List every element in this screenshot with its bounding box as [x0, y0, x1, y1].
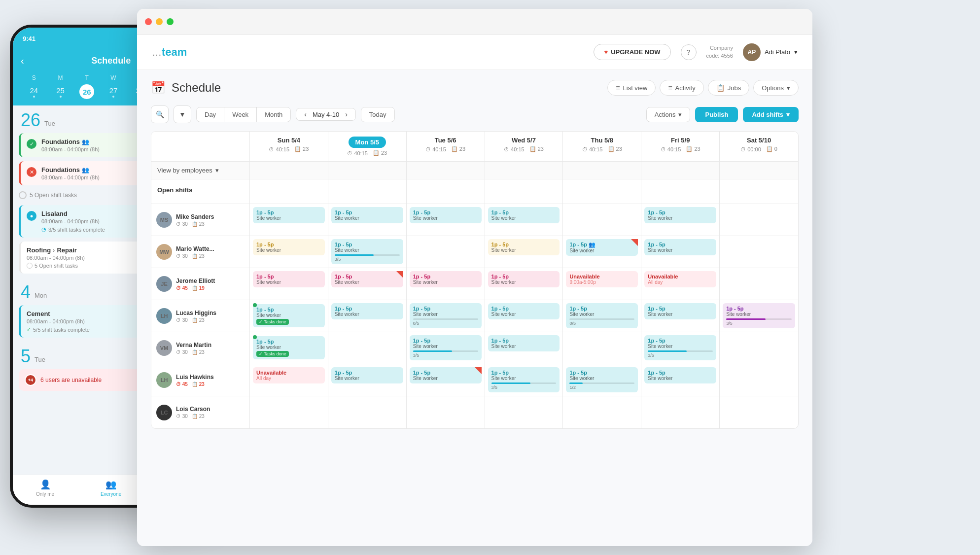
next-week-button[interactable]: › [343, 110, 350, 118]
luis-fri-shift[interactable]: 1p - 5p Site worker [644, 367, 716, 383]
verna-sun[interactable]: 1p - 5p Site worker ✓ Tasks done [250, 332, 328, 364]
minimize-button[interactable] [156, 18, 163, 25]
mario-thu[interactable]: 1p - 5p 👥 Site worker [563, 236, 641, 268]
add-shifts-button[interactable]: Add shifts ▾ [743, 107, 799, 122]
cal-date-26-today[interactable]: 26 [79, 84, 94, 99]
luis-fri[interactable]: 1p - 5p Site worker [641, 364, 720, 396]
mobile-nav-only-me[interactable]: 👤 Only me [36, 479, 54, 497]
lucas-sat[interactable]: 1p - 5p Site worker 3/5 [720, 300, 798, 332]
jerome-tue-shift[interactable]: 1p - 5p Site worker [410, 271, 482, 287]
cal-date-27[interactable]: 27 [100, 84, 127, 100]
lucas-mon-shift[interactable]: 1p - 5p Site worker [331, 303, 403, 319]
luis-wed-shift[interactable]: 1p - 5p Site worker 3/5 [488, 367, 560, 392]
jerome-fri[interactable]: Unavailable All day [641, 268, 720, 300]
mike-sun-shift[interactable]: 1p - 5p Site worker [253, 207, 325, 223]
mobile-back-button[interactable]: ‹ [21, 55, 24, 67]
mike-tue[interactable]: 1p - 5p Site worker [407, 204, 485, 236]
mario-sun[interactable]: 1p - 5p Site worker [250, 236, 328, 268]
upgrade-button[interactable]: ♥ UPGRADE NOW [594, 44, 670, 60]
jerome-fri-unavailable[interactable]: Unavailable All day [644, 271, 716, 287]
luis-sun[interactable]: Unavailable All day [250, 364, 328, 396]
mario-wed-shift[interactable]: 1p - 5p Site worker [488, 239, 560, 255]
mario-thu-shift[interactable]: 1p - 5p 👥 Site worker [566, 239, 638, 256]
verna-fri[interactable]: 1p - 5p Site worker 3/5 [641, 332, 720, 364]
maximize-button[interactable] [167, 18, 174, 25]
list-view-button[interactable]: ≡ List view [607, 80, 656, 96]
mario-fri-shift[interactable]: 1p - 5p Site worker [644, 239, 716, 255]
lucas-thu-shift[interactable]: 1p - 5p Site worker 0/5 [566, 303, 638, 328]
mobile-nav-everyone[interactable]: 👥 Everyone [101, 479, 121, 497]
mike-fri[interactable]: 1p - 5p Site worker [641, 204, 720, 236]
verna-wed-shift[interactable]: 1p - 5p Site worker [488, 335, 560, 351]
help-button[interactable]: ? [681, 44, 697, 60]
luis-sun-unavailable[interactable]: Unavailable All day [253, 367, 325, 383]
actions-button[interactable]: Actions ▾ [646, 107, 691, 122]
today-button[interactable]: Today [361, 107, 395, 122]
mike-tue-shift[interactable]: 1p - 5p Site worker [410, 207, 482, 223]
mario-mon[interactable]: 1p - 5p Site worker 3/5 [328, 236, 407, 268]
lois-carson-cell: LC Lois Carson ⏱ 30 📋 23 [151, 396, 250, 428]
lucas-wed[interactable]: 1p - 5p Site worker [485, 300, 563, 332]
mario-wed[interactable]: 1p - 5p Site worker [485, 236, 563, 268]
luis-tue[interactable]: 1p - 5p Site worker [407, 364, 485, 396]
lucas-tue[interactable]: 1p - 5p Site worker 0/5 [407, 300, 485, 332]
mario-fri[interactable]: 1p - 5p Site worker [641, 236, 720, 268]
cal-date-25[interactable]: 25 [47, 84, 74, 100]
mike-wed-shift[interactable]: 1p - 5p Site worker [488, 207, 560, 223]
luis-wed[interactable]: 1p - 5p Site worker 3/5 [485, 364, 563, 396]
jerome-wed[interactable]: 1p - 5p Site worker [485, 268, 563, 300]
search-button[interactable]: 🔍 [151, 105, 169, 123]
mike-wed[interactable]: 1p - 5p Site worker [485, 204, 563, 236]
mario-mon-shift[interactable]: 1p - 5p Site worker 3/5 [331, 239, 403, 264]
upgrade-label: UPGRADE NOW [611, 48, 660, 56]
verna-wed[interactable]: 1p - 5p Site worker [485, 332, 563, 364]
luis-mon-shift[interactable]: 1p - 5p Site worker [331, 367, 403, 383]
mike-sun[interactable]: 1p - 5p Site worker [250, 204, 328, 236]
jerome-thu-unavailable[interactable]: Unavailable 9:00a-5:00p [566, 271, 638, 287]
publish-button[interactable]: Publish [695, 107, 738, 122]
jerome-mon[interactable]: 1p - 5p Site worker [328, 268, 407, 300]
lucas-fri[interactable]: 1p - 5p Site worker [641, 300, 720, 332]
lucas-sat-shift[interactable]: 1p - 5p Site worker 3/5 [723, 303, 795, 328]
mike-mon-shift[interactable]: 1p - 5p Site worker [331, 207, 403, 223]
verna-sun-shift[interactable]: 1p - 5p Site worker ✓ Tasks done [253, 336, 325, 359]
options-button[interactable]: Options ▾ [753, 80, 799, 96]
lucas-sun-shift[interactable]: 1p - 5p Site worker ✓ Tasks done [253, 304, 325, 327]
jerome-tue[interactable]: 1p - 5p Site worker [407, 268, 485, 300]
verna-sun-green-dot [253, 335, 257, 339]
close-button[interactable] [145, 18, 152, 25]
luis-mon[interactable]: 1p - 5p Site worker [328, 364, 407, 396]
filter-button[interactable]: ▼ [174, 105, 191, 123]
user-avatar-area[interactable]: AP Adi Plato ▾ [743, 43, 798, 61]
week-button[interactable]: Week [224, 107, 257, 122]
verna-tue[interactable]: 1p - 5p Site worker 3/5 [407, 332, 485, 364]
jerome-thu[interactable]: Unavailable 9:00a-5:00p [563, 268, 641, 300]
mobile-day-26-name: Tue [44, 120, 55, 129]
mario-sun-shift[interactable]: 1p - 5p Site worker [253, 239, 325, 255]
mike-fri-shift[interactable]: 1p - 5p Site worker [644, 207, 716, 223]
luis-thu[interactable]: 1p - 5p Site worker 1/2 [563, 364, 641, 396]
lucas-thu[interactable]: 1p - 5p Site worker 0/5 [563, 300, 641, 332]
lucas-tue-shift[interactable]: 1p - 5p Site worker 0/5 [410, 303, 482, 328]
verna-fri-shift[interactable]: 1p - 5p Site worker 3/5 [644, 335, 716, 360]
prev-week-button[interactable]: ‹ [302, 110, 309, 118]
jerome-wed-shift[interactable]: 1p - 5p Site worker [488, 271, 560, 287]
verna-tue-shift[interactable]: 1p - 5p Site worker 3/5 [410, 335, 482, 360]
day-button[interactable]: Day [197, 107, 224, 122]
top-nav: …team ♥ UPGRADE NOW ? Company code: 4556… [137, 35, 812, 70]
cal-date-24[interactable]: 24 [21, 84, 47, 100]
lucas-wed-shift[interactable]: 1p - 5p Site worker [488, 303, 560, 319]
month-button[interactable]: Month [257, 107, 290, 122]
jobs-button[interactable]: 📋 Jobs [708, 80, 749, 96]
jerome-sun-shift[interactable]: 1p - 5p Site worker [253, 271, 325, 287]
luis-thu-shift[interactable]: 1p - 5p Site worker 1/2 [566, 367, 638, 392]
mike-mon[interactable]: 1p - 5p Site worker [328, 204, 407, 236]
luis-tue-shift[interactable]: 1p - 5p Site worker [410, 367, 482, 383]
jerome-mon-shift[interactable]: 1p - 5p Site worker [331, 271, 403, 287]
view-by-employees-button[interactable]: View by employees ▾ [151, 162, 250, 179]
lucas-fri-shift[interactable]: 1p - 5p Site worker [644, 303, 716, 319]
lucas-sun[interactable]: 1p - 5p Site worker ✓ Tasks done [250, 300, 328, 332]
activity-button[interactable]: ≡ Activity [660, 80, 703, 96]
lucas-mon[interactable]: 1p - 5p Site worker [328, 300, 407, 332]
jerome-sun[interactable]: 1p - 5p Site worker [250, 268, 328, 300]
